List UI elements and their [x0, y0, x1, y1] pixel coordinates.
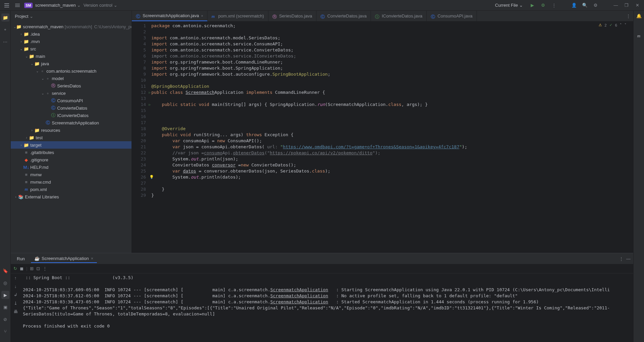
- tab-label: ConvierteDatos.java: [327, 13, 367, 18]
- vcs-dropdown[interactable]: Version control ⌄: [83, 3, 117, 8]
- terminal-icon[interactable]: ▣: [1, 303, 9, 311]
- chevron-down-icon[interactable]: ˅: [624, 23, 627, 27]
- rerun-icon[interactable]: ↻: [13, 266, 17, 271]
- editor-tab[interactable]: ⓇSeriesDatos.java: [268, 11, 316, 21]
- code-with-me-icon[interactable]: 👤: [570, 1, 578, 9]
- tree-item[interactable]: ⌄📁src: [11, 45, 131, 52]
- editor-tab[interactable]: ⒸConsumoAPI.java: [427, 11, 477, 21]
- class-icon: Ⓒ: [431, 14, 435, 18]
- tree-item[interactable]: ›📚External Libraries: [11, 193, 131, 200]
- problems-icon[interactable]: ⊘: [1, 315, 9, 323]
- tree-label: pom.xml: [30, 187, 47, 192]
- bookmarks-icon[interactable]: 🔖: [1, 267, 9, 275]
- tree-item[interactable]: ⌄📁java: [11, 60, 131, 67]
- tree-item[interactable]: ⌄📁screenmatch_maven [screenmatch]C:\User…: [11, 23, 131, 30]
- tree-item[interactable]: ⒸScreenmatchApplication: [11, 119, 131, 126]
- tree-arrow-icon[interactable]: ›: [30, 128, 34, 132]
- editor-tab[interactable]: ⒸScreenmatchApplication.java×: [132, 11, 207, 21]
- structure-tool-icon[interactable]: ⚬: [1, 26, 9, 34]
- tree-item[interactable]: ›📁.idea: [11, 30, 131, 38]
- project-dropdown[interactable]: screenmatch_maven ⌄: [35, 3, 81, 8]
- close-icon[interactable]: ×: [91, 256, 93, 261]
- editor-tab[interactable]: ⒸConvierteDatos.java: [316, 11, 371, 21]
- down-icon[interactable]: ↓: [14, 284, 17, 289]
- tree-item[interactable]: ⒸConsumoAPI: [11, 97, 131, 104]
- maximize-icon[interactable]: ❐: [622, 1, 631, 9]
- filter-icon[interactable]: ⊡: [36, 266, 40, 271]
- tree-arrow-icon[interactable]: ›: [19, 143, 24, 147]
- tree-item[interactable]: ⌄▫model: [11, 75, 131, 82]
- console-gutter: ↑ ↓ ↲ ⤓ 🖶: [11, 273, 20, 342]
- search-icon[interactable]: 🔍: [581, 1, 589, 9]
- chevron-down-icon: ⌄: [30, 14, 33, 19]
- debug-tool-icon[interactable]: ◎: [1, 279, 9, 287]
- editor-tab[interactable]: ⒾIConvierteDatos.java: [371, 11, 427, 21]
- close-icon[interactable]: ✕: [633, 1, 641, 9]
- tree-label: .gitattributes: [30, 150, 54, 155]
- tree-arrow-icon[interactable]: ⌄: [24, 54, 29, 58]
- tree-label: ConsumoAPI: [57, 98, 83, 103]
- project-panel-header[interactable]: Project ⌄: [11, 11, 131, 22]
- stop-icon[interactable]: ◼: [20, 266, 24, 271]
- tree-item[interactable]: ≡mvnw.cmd: [11, 178, 131, 186]
- tree-arrow-icon[interactable]: ⌄: [40, 77, 45, 80]
- tree-item[interactable]: ⌄▫com.antonio.screenmatch: [11, 67, 131, 75]
- tree-arrow-icon[interactable]: ›: [19, 40, 24, 43]
- run-config-dropdown[interactable]: Current File ⌄: [492, 2, 526, 8]
- scroll-icon[interactable]: ⤓: [14, 301, 17, 306]
- more-icon[interactable]: ⋮: [619, 256, 623, 261]
- maven-tool-icon[interactable]: m: [637, 33, 640, 39]
- close-icon[interactable]: ×: [201, 14, 203, 18]
- project-tool-icon[interactable]: 📁: [1, 13, 9, 22]
- tree-arrow-icon[interactable]: ›: [13, 195, 18, 199]
- minimize-icon[interactable]: —: [612, 1, 620, 9]
- editor-code[interactable]: package com.antonio.screenmatch; import …: [149, 22, 633, 253]
- minimize-panel-icon[interactable]: —: [626, 256, 631, 261]
- print-icon[interactable]: 🖶: [13, 309, 18, 314]
- tree-arrow-icon[interactable]: ›: [19, 32, 24, 36]
- tree-item[interactable]: ⌄▫service: [11, 89, 131, 97]
- hamburger-icon[interactable]: [13, 1, 22, 9]
- tree-item[interactable]: ≡mvnw: [11, 171, 131, 178]
- tree-arrow-icon[interactable]: ⌄: [19, 47, 24, 51]
- app-menu-icon[interactable]: [3, 1, 11, 9]
- tree-item[interactable]: ›📁.mvn: [11, 38, 131, 45]
- bulb-icon[interactable]: 💡: [149, 174, 154, 180]
- tree-label: model: [52, 76, 64, 81]
- notifications-icon[interactable]: 🔔: [636, 13, 642, 18]
- tree-item[interactable]: M↓HELP.md: [11, 163, 131, 171]
- tree-item[interactable]: ⌄📁main: [11, 52, 131, 60]
- tree-item[interactable]: ⓇSeriesDatos: [11, 82, 131, 89]
- more-icon[interactable]: ⋮: [43, 266, 47, 271]
- console-output[interactable]: :: Spring Boot :: (v3.3.5) 2024-10-25T18…: [20, 273, 633, 342]
- editor-tab[interactable]: mpom.xml (screenmatch): [207, 11, 268, 21]
- more-icon[interactable]: ⋮: [626, 13, 631, 18]
- git-icon[interactable]: ⑂: [1, 327, 9, 335]
- tree-arrow-icon[interactable]: ⌄: [30, 62, 34, 66]
- tree-arrow-icon[interactable]: ⌄: [13, 25, 16, 29]
- tree-item[interactable]: ›📁resources: [11, 126, 131, 134]
- inspection-status[interactable]: ⚠2 ✓6 ˄ ˅: [599, 23, 627, 27]
- run-icon[interactable]: ▶: [528, 1, 536, 9]
- tree-item[interactable]: ◆.gitignore: [11, 156, 131, 163]
- run-tool-icon[interactable]: ▶: [1, 291, 9, 299]
- run-tab[interactable]: Run: [13, 255, 28, 263]
- tree-arrow-icon[interactable]: ⌄: [40, 91, 45, 95]
- tree-arrow-icon[interactable]: ⌄: [35, 69, 40, 73]
- tree-item[interactable]: ⒸConvierteDatos: [11, 104, 131, 112]
- debug-icon[interactable]: ⚙: [539, 1, 547, 9]
- tree-arrow-icon[interactable]: ›: [24, 136, 29, 140]
- tree-item[interactable]: ›📁target: [11, 141, 131, 149]
- chevron-up-icon[interactable]: ˄: [620, 23, 622, 27]
- more-icon[interactable]: ⋮: [550, 1, 558, 9]
- tree-item[interactable]: ≡.gitattributes: [11, 149, 131, 156]
- more-tools-icon[interactable]: ⋯: [1, 38, 9, 46]
- up-icon[interactable]: ↑: [14, 275, 17, 280]
- wrap-icon[interactable]: ↲: [14, 292, 17, 297]
- tree-item[interactable]: ›📁test: [11, 134, 131, 141]
- tree-item[interactable]: ⒾIConvierteDatos: [11, 112, 131, 119]
- tree-item[interactable]: mpom.xml: [11, 186, 131, 193]
- layout-icon[interactable]: ⊞: [30, 266, 34, 271]
- run-config-tab[interactable]: ☕ ScreenmatchApplication ×: [31, 255, 97, 263]
- settings-icon[interactable]: ⚙: [592, 1, 600, 9]
